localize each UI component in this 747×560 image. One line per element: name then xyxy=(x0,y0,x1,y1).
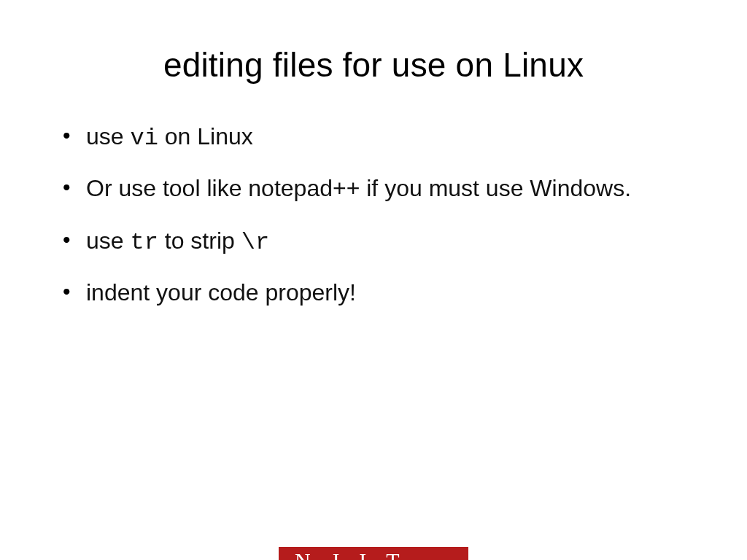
list-item: use tr to strip \r xyxy=(58,224,689,260)
slide-title: editing files for use on Linux xyxy=(0,45,747,85)
bullet-text: Or use tool like notepad++ if you must u… xyxy=(86,175,631,201)
bullet-text: use xyxy=(86,123,130,149)
bullet-text: to strip xyxy=(158,228,241,254)
slide-body: use vi on Linux Or use tool like notepad… xyxy=(58,120,689,312)
list-item: indent your code properly! xyxy=(58,276,689,311)
bullet-list: use vi on Linux Or use tool like notepad… xyxy=(58,120,689,312)
slide-footer: 6-9-15 N J I T New Jersey Institute of T… xyxy=(0,548,747,560)
njit-logo: N J I T New Jersey Institute of Technolo… xyxy=(279,547,468,560)
bullet-mono: tr xyxy=(130,229,158,256)
bullet-mono: vi xyxy=(130,125,158,152)
list-item: Or use tool like notepad++ if you must u… xyxy=(58,171,689,207)
bullet-mono: \r xyxy=(241,229,269,256)
bullet-text: indent your code properly! xyxy=(86,279,356,306)
list-item: use vi on Linux xyxy=(58,120,689,155)
bullet-text: use xyxy=(86,228,130,254)
slide: editing files for use on Linux use vi on… xyxy=(0,45,747,560)
bullet-text: on Linux xyxy=(158,123,253,149)
logo-text: N J I T xyxy=(295,548,407,560)
